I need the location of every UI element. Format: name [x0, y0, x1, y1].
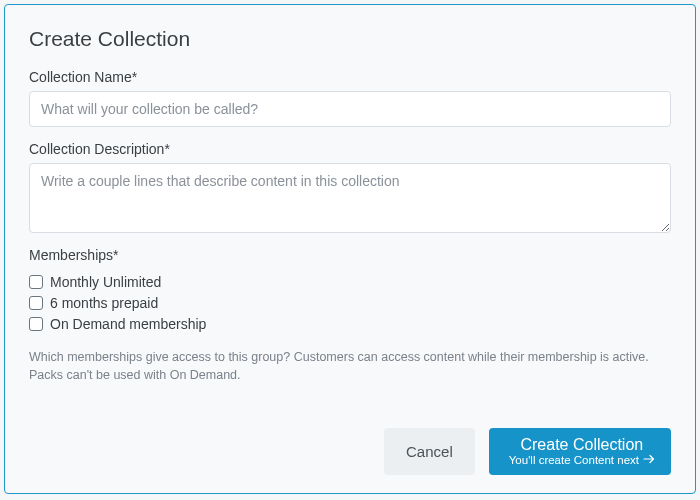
- primary-button-main-label: Create Collection: [520, 435, 643, 454]
- memberships-helper-text: Which memberships give access to this gr…: [29, 349, 671, 384]
- panel-title: Create Collection: [29, 27, 671, 51]
- collection-description-input[interactable]: [29, 163, 671, 233]
- memberships-label: Memberships*: [29, 247, 671, 263]
- checkbox-icon[interactable]: [29, 296, 43, 310]
- memberships-group: Monthly Unlimited 6 months prepaid On De…: [29, 269, 671, 337]
- create-collection-button[interactable]: Create Collection You'll create Content …: [489, 428, 671, 475]
- arrow-right-icon: [643, 454, 655, 468]
- collection-description-label: Collection Description*: [29, 141, 671, 157]
- membership-option-label: On Demand membership: [50, 316, 206, 332]
- membership-option[interactable]: On Demand membership: [29, 316, 671, 332]
- cancel-button[interactable]: Cancel: [384, 428, 475, 475]
- footer-actions: Cancel Create Collection You'll create C…: [29, 414, 671, 475]
- create-collection-panel: Create Collection Collection Name* Colle…: [4, 4, 696, 494]
- membership-option[interactable]: Monthly Unlimited: [29, 274, 671, 290]
- membership-option-label: Monthly Unlimited: [50, 274, 161, 290]
- membership-option[interactable]: 6 months prepaid: [29, 295, 671, 311]
- collection-name-label: Collection Name*: [29, 69, 671, 85]
- checkbox-icon[interactable]: [29, 275, 43, 289]
- primary-button-sub-label: You'll create Content next: [509, 454, 655, 468]
- membership-option-label: 6 months prepaid: [50, 295, 158, 311]
- checkbox-icon[interactable]: [29, 317, 43, 331]
- collection-name-input[interactable]: [29, 91, 671, 127]
